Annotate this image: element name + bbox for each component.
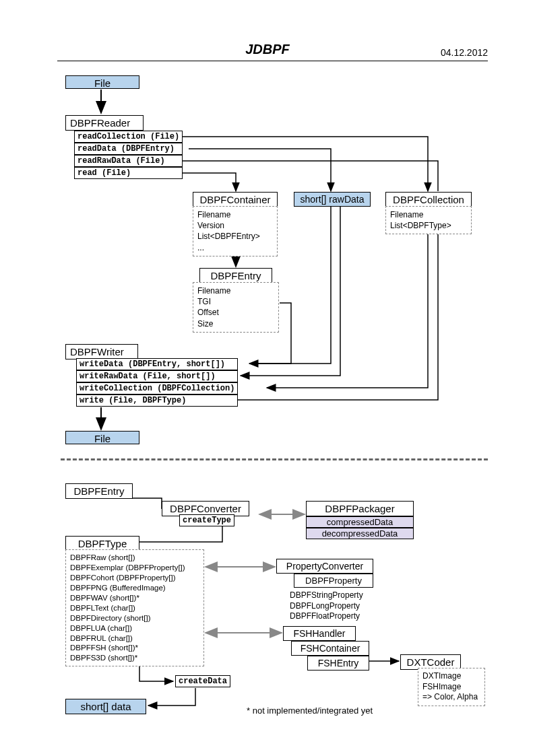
footnote: * not implemented/integrated yet: [247, 706, 373, 716]
fshentry-class: FSHEntry: [307, 656, 369, 671]
packager-compressed: compressedData: [306, 516, 414, 528]
reader-read: read (File): [74, 167, 183, 179]
dxtcoder-attrs: DXTImage FSHImage => Color, Alpha: [418, 668, 485, 706]
packager-decompressed: decompressedData: [306, 528, 414, 539]
dbpfproperty-class: DBPFProperty: [294, 574, 373, 588]
page-date: 04.12.2012: [441, 47, 488, 58]
fshhandler-class: FSHHandler: [283, 626, 356, 641]
collection-class: DBPFCollection: [385, 192, 472, 207]
reader-readData: readData (DBPFEntry): [74, 143, 183, 155]
entry-attrs: Filename TGI Offset Size: [193, 282, 279, 333]
writer-writeRawData: writeRawData (File, short[]): [76, 370, 238, 382]
writer-writeData: writeData (DBPFEntry, short[]): [76, 358, 238, 370]
lower-entry: DBPFEntry: [65, 483, 133, 499]
reader-class: DBPFReader: [65, 115, 144, 131]
createType-method: createType: [179, 514, 234, 526]
writer-class: DBPFWriter: [65, 344, 138, 359]
packager-class: DBPFPackager: [306, 501, 414, 516]
entry-class: DBPFEntry: [199, 268, 272, 283]
rawdata-node: short[] rawData: [294, 192, 371, 207]
container-class: DBPFContainer: [193, 192, 278, 207]
file-node-bottom: File: [65, 431, 139, 444]
dbpftype-list: DBPFRaw (short[]) DBPFExemplar (DBPFProp…: [65, 549, 204, 666]
fshcontainer-class: FSHContainer: [291, 641, 369, 656]
header-rule: [57, 61, 488, 61]
writer-write: write (File, DBPFType): [76, 394, 238, 407]
section-separator: [61, 458, 488, 460]
writer-writeCollection: writeCollection (DBPFCollection): [76, 382, 238, 394]
file-node-top: File: [65, 75, 139, 89]
reader-readCollection: readCollection (File): [74, 131, 183, 143]
collection-attrs: Filename List<DBPFType>: [385, 206, 472, 234]
shortdata-node: short[] data: [65, 699, 146, 714]
reader-readRawData: readRawData (File): [74, 155, 183, 167]
propertyconverter-class: PropertyConverter: [276, 559, 373, 574]
property-subtypes: DBPFStringProperty DBPFLongProperty DBPF…: [290, 590, 373, 622]
createdata-method: createData: [175, 675, 230, 687]
container-attrs: Filename Version List<DBPFEntry> ...: [193, 206, 278, 256]
